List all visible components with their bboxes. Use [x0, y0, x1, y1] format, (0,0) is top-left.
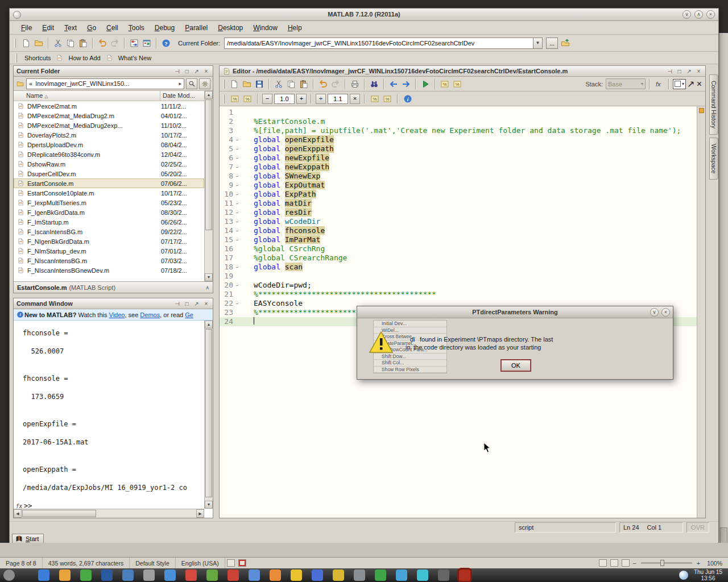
- code-line[interactable]: 14-global fhconsole: [220, 226, 697, 235]
- cell-icon[interactable]: %: [439, 78, 450, 90]
- code-line[interactable]: 1: [220, 108, 697, 117]
- menu-window[interactable]: Window: [249, 22, 282, 34]
- shade-button[interactable]: ∨: [682, 10, 691, 19]
- file-row[interactable]: DshowRaw.m02/25/2...: [14, 159, 204, 169]
- command-window-scrollbar[interactable]: ▲ ▼: [204, 321, 213, 509]
- increment-button[interactable]: +: [296, 94, 307, 104]
- menu-desktop[interactable]: Desktop: [213, 22, 247, 34]
- scrollbar-thumb[interactable]: [205, 329, 212, 497]
- increment-value-input[interactable]: [274, 94, 295, 104]
- code-line[interactable]: 17%global CSrearchRange: [220, 253, 697, 263]
- command-prompt[interactable]: >>: [24, 502, 32, 509]
- code-line[interactable]: 10-global ExpPath: [220, 190, 697, 199]
- taskbar-icon[interactable]: [270, 569, 281, 581]
- code-line[interactable]: 4-global openExpfile: [220, 135, 697, 144]
- file-row[interactable]: EstartConsole.m07/06/2...: [14, 178, 204, 188]
- code-line[interactable]: 3%[file,path] = uiputfile('.mat','Create…: [220, 126, 697, 135]
- code-line[interactable]: 16%global CSrchRng: [220, 244, 697, 253]
- maximize-icon[interactable]: □: [676, 68, 683, 75]
- column-date-modified[interactable]: Date Mod...: [160, 91, 204, 101]
- video-link[interactable]: Video: [109, 311, 125, 318]
- shade-button[interactable]: ∨: [650, 308, 659, 317]
- code-line[interactable]: 13-global wCodeDir: [220, 217, 697, 226]
- menu-edit[interactable]: Edit: [38, 22, 59, 34]
- taskbar-icon[interactable]: [185, 569, 197, 581]
- taskbar-icon[interactable]: [375, 569, 386, 581]
- multiply-button[interactable]: ×: [350, 94, 360, 104]
- code-line[interactable]: 11-global matDir: [220, 199, 697, 208]
- close-button[interactable]: ×: [706, 10, 715, 19]
- taskbar-icon[interactable]: [80, 569, 92, 581]
- zoom-in-icon[interactable]: +: [696, 560, 701, 567]
- new-file-icon[interactable]: [229, 78, 240, 90]
- copy-icon[interactable]: [286, 78, 297, 90]
- taskbar-icon[interactable]: [312, 569, 323, 581]
- breadcrumb-collapse-icon[interactable]: «: [29, 80, 32, 87]
- code-line[interactable]: 20-wCodeDir=pwd;: [220, 281, 697, 290]
- file-row[interactable]: F_IgenBkGrdData.m08/30/2...: [14, 207, 204, 217]
- undock-icon[interactable]: ↗: [685, 68, 693, 75]
- scrollbar-thumb[interactable]: [205, 99, 212, 230]
- undo-icon[interactable]: [317, 78, 329, 90]
- code-line[interactable]: 2%EstartConsole.m: [220, 117, 697, 126]
- file-row[interactable]: DReplicate96to384conv.m12/04/2...: [14, 149, 204, 159]
- editor-panel-title[interactable]: Editor - /media/data/EASY/InovImager_jwr…: [220, 66, 705, 77]
- column-name[interactable]: Name△: [14, 91, 160, 101]
- search-button[interactable]: [186, 78, 197, 89]
- scroll-left-icon[interactable]: ◀: [14, 509, 22, 518]
- taskbar-icon[interactable]: [333, 569, 344, 581]
- new-file-icon[interactable]: [20, 38, 32, 49]
- view-multi-page-icon[interactable]: [610, 559, 618, 567]
- detail-collapse-icon[interactable]: ∧: [205, 285, 209, 290]
- menu-text[interactable]: Text: [60, 22, 81, 34]
- taskbar-clock[interactable]: Thu Jun 15 13:56: [694, 569, 722, 581]
- up-folder-icon[interactable]: [560, 38, 571, 49]
- code-line[interactable]: 7-global newExppath: [220, 163, 697, 172]
- undock-icon[interactable]: ↗: [193, 68, 200, 75]
- tab-workspace[interactable]: Workspace: [709, 138, 718, 180]
- tray-icon[interactable]: [679, 571, 688, 580]
- code-line[interactable]: 18-global scan: [220, 263, 697, 272]
- scroll-up-icon[interactable]: ▲: [205, 91, 213, 99]
- file-row[interactable]: F_ImStartup.m06/26/2...: [14, 217, 204, 227]
- whats-new-link[interactable]: What's New: [118, 55, 151, 61]
- tab-command-history[interactable]: Command History: [709, 74, 718, 135]
- path-dropdown-icon[interactable]: ▼: [533, 38, 542, 48]
- redo-icon[interactable]: [109, 38, 121, 49]
- print-icon[interactable]: [349, 78, 361, 90]
- breadcrumb-path[interactable]: InovImager_jwrCF_WINLinx150...: [35, 80, 129, 87]
- undock-icon[interactable]: ↗: [687, 80, 694, 88]
- taskbar-icon[interactable]: [228, 569, 239, 581]
- decrement-button[interactable]: −: [262, 94, 272, 104]
- menu-parallel[interactable]: Parallel: [180, 22, 212, 34]
- open-folder-icon[interactable]: [33, 38, 44, 49]
- zoom-out-icon[interactable]: −: [631, 560, 637, 567]
- forward-icon[interactable]: [400, 78, 412, 90]
- start-button[interactable]: Start: [12, 534, 44, 544]
- taskbar-icon-active[interactable]: [459, 569, 470, 581]
- current-folder-panel-title[interactable]: Current Folder ⊣□↗×: [14, 66, 213, 77]
- page-style[interactable]: Default Style: [130, 558, 176, 568]
- code-line[interactable]: 21%*************************************…: [220, 290, 697, 299]
- menu-file[interactable]: File: [16, 22, 36, 34]
- fx-icon[interactable]: fx: [15, 502, 23, 509]
- how-to-add-link[interactable]: How to Add: [68, 55, 100, 61]
- menu-tools[interactable]: Tools: [124, 22, 149, 34]
- taskbar-icon[interactable]: [3, 569, 15, 581]
- cell-toolbar-grip[interactable]: [223, 94, 225, 103]
- file-detail-bar[interactable]: EstartConsole.m (MATLAB Script) ∧: [14, 281, 213, 293]
- back-icon[interactable]: [388, 78, 399, 90]
- taskbar-icon[interactable]: [101, 569, 113, 581]
- zoom-slider-thumb[interactable]: [660, 560, 664, 566]
- editor-scrollbar[interactable]: [697, 106, 705, 518]
- getting-started-link[interactable]: Ge: [185, 311, 193, 318]
- cell-icon[interactable]: %: [382, 93, 393, 105]
- taskbar-icon[interactable]: [38, 569, 49, 581]
- taskbar-icon[interactable]: [122, 569, 134, 581]
- taskbar-icon[interactable]: [164, 569, 176, 581]
- background-scrollbar[interactable]: [719, 33, 728, 568]
- scroll-down-icon[interactable]: ▼: [205, 273, 213, 281]
- browse-folder-button[interactable]: ...: [546, 38, 558, 49]
- divide-button[interactable]: ÷: [316, 94, 326, 104]
- file-list-header[interactable]: Name△ Date Mod...: [14, 91, 204, 101]
